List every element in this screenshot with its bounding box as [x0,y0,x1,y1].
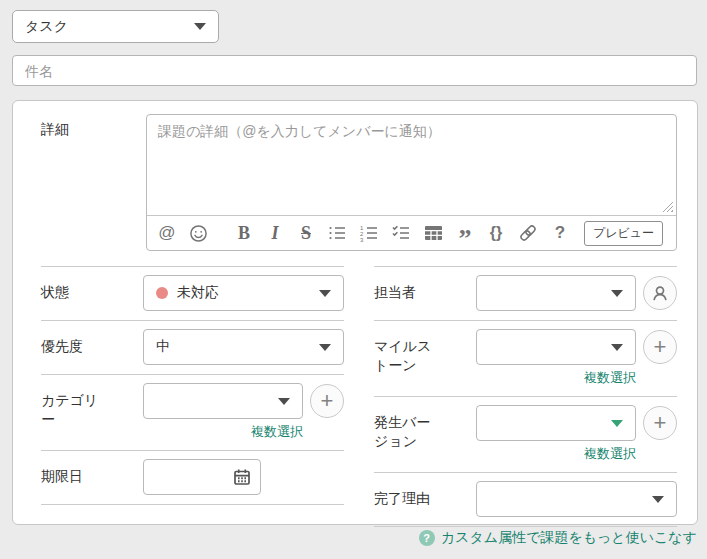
left-column: 状態 未対応 優先度 中 [41,266,344,527]
right-column: 担当者 [374,266,677,527]
detail-section: 詳細 @ B I S [41,114,677,251]
preview-button[interactable]: プレビュー [584,221,663,246]
link-icon[interactable] [518,222,538,244]
description-textarea[interactable] [147,115,676,215]
bold-icon[interactable]: B [235,222,253,244]
resolution-label: 完了理由 [374,481,476,517]
status-select[interactable]: 未対応 [143,275,344,311]
priority-label: 優先度 [41,329,143,365]
version-label: 発生バージョン [374,405,476,463]
footer: ? カスタム属性で課題をもっと使いこなす [12,529,697,547]
subject-input[interactable] [12,55,697,86]
chevron-down-icon [194,23,206,30]
category-multi-select-link[interactable]: 複数選択 [251,424,303,439]
mention-icon[interactable]: @ [158,222,176,244]
priority-select[interactable]: 中 [143,329,344,365]
field-columns: 状態 未対応 優先度 中 [41,266,677,527]
custom-attributes-help-link[interactable]: カスタム属性で課題をもっと使いこなす [441,529,697,547]
chevron-down-icon [319,290,331,297]
category-row: カテゴリー + 複数選択 [41,374,344,450]
check-list-icon[interactable] [392,222,411,244]
italic-icon[interactable]: I [266,222,284,244]
description-editor: @ B I S [146,114,677,251]
resolution-select[interactable] [476,481,677,517]
due-date-row: 期限日 [41,450,344,505]
quote-icon[interactable]: ” [456,222,474,244]
chevron-down-icon [319,344,331,351]
strikethrough-icon[interactable]: S [297,222,315,244]
version-multi-select-link[interactable]: 複数選択 [584,446,636,461]
person-icon [650,283,670,303]
add-category-button[interactable]: + [310,384,344,418]
status-row: 状態 未対応 [41,266,344,320]
status-value: 未対応 [177,284,219,302]
status-dot-icon [156,287,168,299]
milestone-multi-select-link[interactable]: 複数選択 [584,370,636,385]
chevron-down-icon [652,496,664,503]
numbered-list-icon[interactable]: 1 2 3 [360,222,379,244]
detail-label: 詳細 [41,114,146,251]
chevron-down-icon [278,398,290,405]
milestone-row: マイルストーン + 複数選択 [374,320,677,396]
assign-to-me-button[interactable] [643,276,677,310]
milestone-label: マイルストーン [374,329,476,387]
emoji-icon[interactable] [189,222,208,244]
due-date-label: 期限日 [41,459,143,495]
add-version-button[interactable]: + [643,406,677,440]
chevron-down-icon [611,344,623,351]
add-milestone-button[interactable]: + [643,330,677,364]
code-braces-icon[interactable]: {} [487,222,505,244]
priority-value: 中 [156,338,170,356]
milestone-select[interactable] [476,329,636,365]
category-label: カテゴリー [41,383,143,441]
assignee-label: 担当者 [374,275,476,311]
bullet-list-icon[interactable] [328,222,347,244]
chevron-down-icon [611,420,623,427]
svg-text:3: 3 [360,237,364,242]
calendar-icon [233,468,251,486]
editor-help-icon[interactable]: ? [551,222,569,244]
chevron-down-icon [611,290,623,297]
resolution-row: 完了理由 [374,472,677,527]
priority-row: 優先度 中 [41,320,344,374]
issue-type-select[interactable]: タスク [12,10,219,43]
category-select[interactable] [143,383,303,419]
assignee-row: 担当者 [374,266,677,320]
issue-form-panel: 詳細 @ B I S [12,100,698,525]
version-row: 発生バージョン + 複数選択 [374,396,677,472]
table-icon[interactable] [424,222,443,244]
due-date-input[interactable] [143,459,261,495]
editor-toolbar: @ B I S [147,215,676,250]
help-circle-icon: ? [419,530,435,546]
assignee-select[interactable] [476,275,636,311]
version-select[interactable] [476,405,636,441]
issue-type-value: タスク [25,18,68,36]
status-label: 状態 [41,275,143,311]
